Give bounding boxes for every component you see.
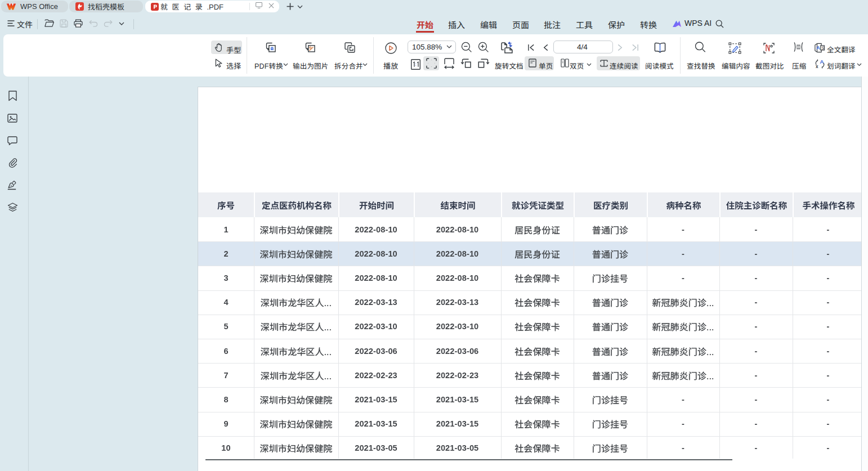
svg-text:文: 文 (821, 45, 825, 51)
svg-text:A: A (820, 59, 824, 65)
svg-text:x: x (816, 64, 818, 69)
svg-text:A: A (816, 45, 820, 51)
